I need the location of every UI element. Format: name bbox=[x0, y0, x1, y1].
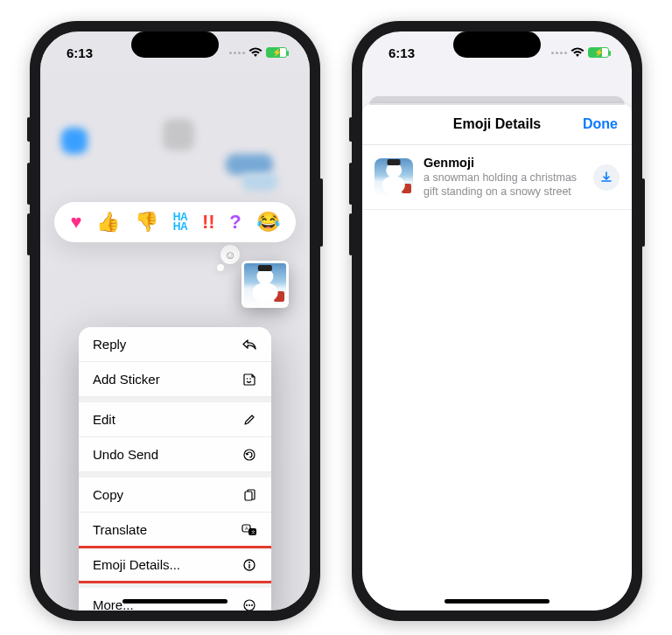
sheet-title: Emoji Details bbox=[453, 116, 541, 132]
translate-icon: A文 bbox=[242, 524, 257, 536]
svg-text:A: A bbox=[245, 526, 248, 531]
menu-label: Edit bbox=[93, 412, 116, 427]
genmoji-row: Genmoji a snowman holding a christmas gi… bbox=[362, 145, 632, 210]
svg-point-1 bbox=[249, 378, 251, 380]
sheet-header: Emoji Details Done bbox=[362, 103, 632, 145]
cellular-icon bbox=[229, 52, 245, 54]
battery-icon: ⚡ bbox=[588, 47, 609, 58]
svg-point-12 bbox=[246, 604, 248, 606]
download-icon bbox=[599, 171, 613, 185]
sticker-icon bbox=[242, 373, 257, 387]
tapback-bar: ♥︎ 👍 👎 HAHA !! ? 😂 bbox=[54, 202, 296, 242]
battery-icon: ⚡ bbox=[266, 47, 287, 58]
svg-point-9 bbox=[248, 562, 250, 563]
home-indicator[interactable] bbox=[122, 599, 228, 604]
status-time: 6:13 bbox=[388, 45, 415, 60]
svg-point-14 bbox=[251, 604, 253, 606]
download-button[interactable] bbox=[593, 164, 620, 191]
phone-left: 6:13 ⚡ ♥︎ 👍 👎 HAHA !! ? 😂 ☺ bbox=[30, 21, 320, 621]
menu-translate[interactable]: Translate A文 bbox=[79, 513, 271, 548]
tapback-exclaim[interactable]: !! bbox=[202, 211, 215, 234]
edit-icon bbox=[242, 414, 257, 426]
context-menu: Reply Add Sticker Edit Undo Send bbox=[79, 327, 271, 611]
dynamic-island bbox=[131, 31, 219, 58]
menu-copy[interactable]: Copy bbox=[79, 478, 271, 513]
tapback-haha[interactable]: HAHA bbox=[173, 213, 187, 232]
menu-add-sticker[interactable]: Add Sticker bbox=[79, 362, 271, 397]
undo-icon bbox=[242, 448, 257, 462]
copy-icon bbox=[242, 488, 257, 502]
menu-undo-send[interactable]: Undo Send bbox=[79, 437, 271, 472]
tapback-emoji[interactable]: 😂 bbox=[256, 211, 280, 234]
menu-label: Copy bbox=[93, 487, 123, 502]
home-indicator[interactable] bbox=[444, 599, 550, 604]
genmoji-description: a snowman holding a christmas gift stand… bbox=[424, 171, 583, 199]
more-icon bbox=[242, 598, 257, 611]
menu-label: Translate bbox=[93, 522, 147, 537]
genmoji-name: Genmoji bbox=[424, 156, 583, 170]
svg-rect-10 bbox=[248, 564, 249, 569]
menu-emoji-details[interactable]: Emoji Details... bbox=[79, 548, 271, 583]
tapback-heart[interactable]: ♥︎ bbox=[70, 211, 81, 234]
tapback-add-emoji[interactable]: ☺ bbox=[220, 245, 240, 264]
tapback-thumbs-down[interactable]: 👎 bbox=[135, 211, 158, 234]
status-time: 6:13 bbox=[66, 45, 93, 60]
cellular-icon bbox=[551, 52, 567, 54]
svg-point-0 bbox=[247, 378, 248, 380]
menu-label: Add Sticker bbox=[93, 372, 160, 387]
phone-right: 6:13 ⚡ Emoji Details Done bbox=[352, 21, 642, 621]
menu-reply[interactable]: Reply bbox=[79, 327, 271, 362]
wifi-icon bbox=[570, 47, 584, 58]
dynamic-island bbox=[453, 31, 541, 58]
genmoji-thumbnail bbox=[374, 158, 413, 197]
menu-edit[interactable]: Edit bbox=[79, 402, 271, 437]
done-button[interactable]: Done bbox=[583, 103, 618, 144]
tapback-thumbs-up[interactable]: 👍 bbox=[96, 211, 120, 234]
svg-point-2 bbox=[244, 450, 255, 460]
menu-label: Undo Send bbox=[93, 447, 158, 462]
svg-rect-3 bbox=[245, 492, 252, 500]
message-sticker[interactable] bbox=[242, 261, 289, 308]
tapback-question[interactable]: ? bbox=[229, 211, 241, 234]
reply-icon bbox=[242, 338, 257, 351]
info-icon bbox=[242, 558, 257, 572]
menu-label: Emoji Details... bbox=[93, 557, 180, 572]
svg-text:文: 文 bbox=[251, 529, 256, 534]
emoji-details-sheet: Emoji Details Done Genmoji a snowman hol… bbox=[362, 103, 632, 611]
wifi-icon bbox=[248, 47, 262, 58]
menu-label: Reply bbox=[93, 337, 126, 352]
svg-point-13 bbox=[248, 604, 250, 606]
